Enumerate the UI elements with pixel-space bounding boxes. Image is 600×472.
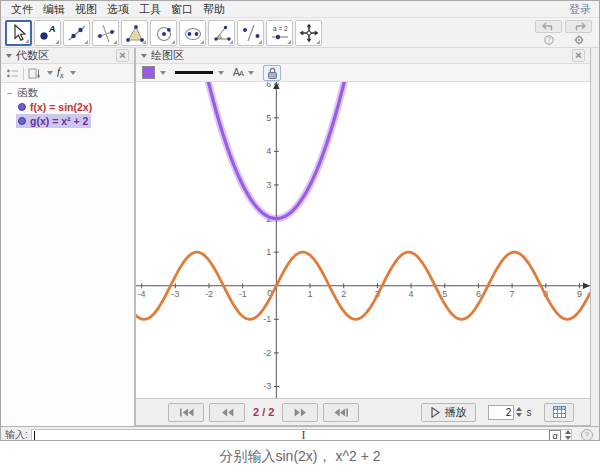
mouse-ibeam-cursor: I bbox=[301, 428, 305, 442]
svg-text:-1: -1 bbox=[239, 289, 247, 299]
svg-text:3: 3 bbox=[266, 180, 271, 190]
main-area: 代数区 × fx − bbox=[1, 48, 599, 426]
tool-dropdown-corner bbox=[171, 40, 175, 44]
graphics-plot-area[interactable]: -4-3-2-1123456789-3-2-11234560 bbox=[136, 82, 590, 398]
line-style-sample[interactable] bbox=[175, 71, 213, 74]
algebra-close-icon[interactable]: × bbox=[116, 49, 129, 62]
object-visibility-dot[interactable] bbox=[18, 103, 26, 111]
tool-dropdown-corner bbox=[113, 40, 117, 44]
redo-button[interactable] bbox=[565, 20, 592, 33]
command-input-field[interactable]: I α bbox=[31, 429, 572, 442]
collapse-icon[interactable]: − bbox=[7, 88, 17, 99]
svg-text:-3: -3 bbox=[171, 289, 179, 299]
menu-item-0[interactable]: 文件 bbox=[6, 1, 38, 18]
toolbar: A bbox=[1, 18, 599, 48]
graphics-view-panel: 绘图区 × AA -4-3-2-1123456789-3-2-112345 bbox=[135, 48, 591, 426]
nav-last-button[interactable] bbox=[323, 403, 359, 422]
svg-text:a = 2: a = 2 bbox=[273, 25, 288, 32]
nav-next-button[interactable] bbox=[282, 403, 318, 422]
input-label: 输入: bbox=[5, 428, 28, 441]
chevron-down-icon[interactable] bbox=[47, 71, 53, 75]
menu-item-5[interactable]: 窗口 bbox=[166, 1, 198, 18]
label-style-icon[interactable]: AA bbox=[233, 67, 243, 78]
speed-value[interactable]: 2 bbox=[488, 405, 514, 420]
step-back-icon bbox=[221, 408, 234, 417]
tool-move-graphics-button[interactable] bbox=[295, 20, 322, 46]
chevron-down-icon[interactable] bbox=[218, 71, 224, 75]
color-swatch[interactable] bbox=[142, 66, 155, 79]
spinner-up-icon[interactable] bbox=[516, 407, 522, 411]
tool-dropdown-corner bbox=[200, 40, 204, 44]
algebra-stylebar: fx bbox=[1, 64, 134, 83]
play-button[interactable]: 播放 bbox=[421, 403, 476, 422]
plot-svg: -4-3-2-1123456789-3-2-11234560 bbox=[136, 82, 590, 398]
spinner-down-icon[interactable] bbox=[565, 436, 571, 440]
nav-first-button[interactable] bbox=[168, 403, 204, 422]
tool-move-button[interactable] bbox=[5, 20, 32, 46]
tool-reflect-button[interactable] bbox=[237, 20, 264, 46]
tool-dropdown-corner bbox=[258, 40, 262, 44]
svg-text:1: 1 bbox=[266, 247, 271, 257]
menu-item-6[interactable]: 帮助 bbox=[198, 1, 230, 18]
chevron-down-icon[interactable] bbox=[160, 71, 166, 75]
menu-item-2[interactable]: 视图 bbox=[70, 1, 102, 18]
symbol-spinner-arrows[interactable] bbox=[565, 430, 571, 440]
panel-menu-icon[interactable] bbox=[6, 54, 12, 58]
login-button[interactable]: 登录 bbox=[569, 2, 591, 17]
undo-button[interactable] bbox=[535, 20, 562, 33]
lock-icon bbox=[267, 67, 278, 79]
svg-text:9: 9 bbox=[577, 289, 582, 299]
tool-dropdown-corner bbox=[287, 40, 291, 44]
algebra-view-panel: 代数区 × fx − bbox=[1, 48, 135, 426]
algebra-panel-title: 代数区 bbox=[16, 48, 49, 63]
graphics-close-icon[interactable]: × bbox=[572, 49, 585, 62]
nav-previous-button[interactable] bbox=[209, 403, 245, 422]
lock-object-button[interactable] bbox=[263, 65, 281, 81]
tool-ellipse-button[interactable] bbox=[179, 20, 206, 46]
menu-item-3[interactable]: 选项 bbox=[102, 1, 134, 18]
tool-polygon-button[interactable] bbox=[121, 20, 148, 46]
spinner-up-icon[interactable] bbox=[565, 430, 571, 434]
tool-dropdown-corner bbox=[316, 40, 320, 44]
input-help-icon[interactable]: ? bbox=[581, 429, 593, 441]
object-visibility-dot[interactable] bbox=[18, 117, 26, 125]
auxiliary-objects-icon[interactable] bbox=[6, 67, 19, 80]
text-caret bbox=[34, 431, 35, 441]
svg-text:-1: -1 bbox=[263, 314, 271, 324]
spinner-arrows[interactable] bbox=[516, 407, 522, 417]
algebra-item-1[interactable]: g(x) = x² + 2 bbox=[16, 114, 91, 128]
sort-mode-icon[interactable] bbox=[28, 67, 41, 80]
algebra-item-0[interactable]: f(x) = sin(2x) bbox=[16, 100, 95, 114]
algebra-group-functions[interactable]: − 函数 bbox=[7, 86, 134, 100]
symbol-keyboard-button[interactable]: α bbox=[549, 430, 561, 441]
object-definition: f(x) = sin(2x) bbox=[30, 101, 92, 113]
menu-item-4[interactable]: 工具 bbox=[134, 1, 166, 18]
graphics-panel-title: 绘图区 bbox=[151, 48, 184, 63]
tool-angle-button[interactable] bbox=[208, 20, 235, 46]
tool-line-button[interactable] bbox=[63, 20, 90, 46]
chevron-down-icon[interactable] bbox=[70, 71, 76, 75]
tool-point-button[interactable]: A bbox=[34, 20, 61, 46]
chevron-down-icon[interactable] bbox=[248, 71, 254, 75]
undo-icon bbox=[542, 22, 556, 31]
protocol-table-icon bbox=[553, 406, 566, 418]
svg-text:4: 4 bbox=[409, 289, 414, 299]
construction-protocol-button[interactable] bbox=[544, 403, 574, 422]
fx-filter-icon[interactable]: fx bbox=[57, 65, 64, 80]
redo-icon bbox=[572, 22, 586, 31]
geogebra-window: 文件编辑视图选项工具窗口帮助 登录 A bbox=[0, 0, 600, 441]
preferences-gear-icon[interactable] bbox=[565, 35, 592, 45]
tool-perpendicular-line-button[interactable] bbox=[92, 20, 119, 46]
stylebar-separator bbox=[23, 67, 24, 80]
tool-dropdown-corner bbox=[229, 40, 233, 44]
tool-circle-button[interactable] bbox=[150, 20, 177, 46]
menu-item-1[interactable]: 编辑 bbox=[38, 1, 70, 18]
command-input[interactable] bbox=[32, 430, 549, 441]
tool-slider-button[interactable]: a = 2 bbox=[266, 20, 293, 46]
algebra-panel-header: 代数区 × bbox=[1, 48, 134, 64]
help-icon[interactable]: ? bbox=[535, 35, 562, 45]
svg-text:7: 7 bbox=[510, 289, 515, 299]
spinner-down-icon[interactable] bbox=[516, 413, 522, 417]
panel-menu-icon[interactable] bbox=[141, 54, 147, 58]
play-speed-spinner[interactable]: 2 s bbox=[488, 405, 531, 420]
